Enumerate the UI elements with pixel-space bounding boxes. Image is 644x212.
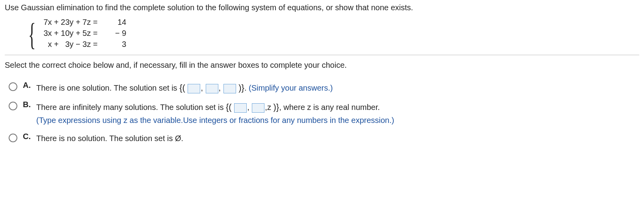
answer-input-b1[interactable]: [234, 103, 247, 113]
choice-b: B. There are infinitely many solutions. …: [9, 100, 639, 126]
set-close: )}: [238, 83, 244, 93]
instruction-text: Select the correct choice below and, if …: [5, 61, 639, 70]
choice-b-text-before: There are infinitely many solutions. The…: [36, 103, 226, 112]
equation-left: 3x + 10y + 5z =: [43, 29, 110, 38]
choice-a-hint: (Simplify your answers.): [249, 84, 333, 92]
equation-right: 14: [110, 18, 126, 27]
divider: [5, 55, 639, 55]
choice-a-body: There is one solution. The solution set …: [36, 81, 333, 95]
choice-b-text-after: , where z is any real number.: [279, 103, 380, 112]
set-open: {(: [226, 102, 232, 112]
choice-c-body: There is no solution. The solution set i…: [36, 132, 183, 145]
question-text: Use Gaussian elimination to find the com…: [5, 3, 639, 12]
choice-a: A. There is one solution. The solution s…: [9, 81, 639, 95]
choice-b-label: B.: [23, 100, 31, 109]
answer-input-b2[interactable]: [252, 103, 264, 113]
choice-c-label: C.: [23, 132, 31, 141]
answer-input-a2[interactable]: [206, 84, 218, 93]
radio-a[interactable]: [9, 82, 17, 91]
equation-row: 3x + 10y + 5z = − 9: [43, 29, 126, 40]
answer-input-a3[interactable]: [223, 84, 236, 93]
comma: ,: [201, 84, 203, 92]
equation-right: − 9: [110, 29, 126, 38]
comma: ,: [247, 103, 249, 112]
choice-b-body: There are infinitely many solutions. The…: [36, 100, 394, 126]
choice-b-hint: (Type expressions using z as the variabl…: [36, 116, 394, 125]
z-part: ,z: [265, 103, 271, 112]
equation-right: 3: [110, 40, 126, 49]
answer-input-a1[interactable]: [188, 84, 200, 93]
comma: ,: [219, 84, 221, 92]
equation-system: { 7x + 23y + 7z = 14 3x + 10y + 5z = − 9…: [24, 18, 639, 51]
choice-a-label: A.: [23, 81, 31, 90]
system-brace: {: [28, 19, 36, 50]
equation-left: x + 3y − 3z =: [43, 40, 110, 49]
equation-left: 7x + 23y + 7z =: [43, 18, 110, 27]
choice-a-text-before: There is one solution. The solution set …: [36, 84, 179, 92]
radio-c[interactable]: [9, 134, 17, 142]
set-close: )}: [273, 102, 279, 112]
choice-a-text-after: .: [244, 84, 249, 92]
choice-c: C. There is no solution. The solution se…: [9, 132, 639, 145]
equation-row: 7x + 23y + 7z = 14: [43, 18, 126, 29]
choice-c-text: There is no solution. The solution set i…: [36, 134, 183, 143]
set-open: {(: [179, 83, 185, 93]
radio-b[interactable]: [9, 102, 17, 110]
equation-row: x + 3y − 3z = 3: [43, 40, 126, 51]
